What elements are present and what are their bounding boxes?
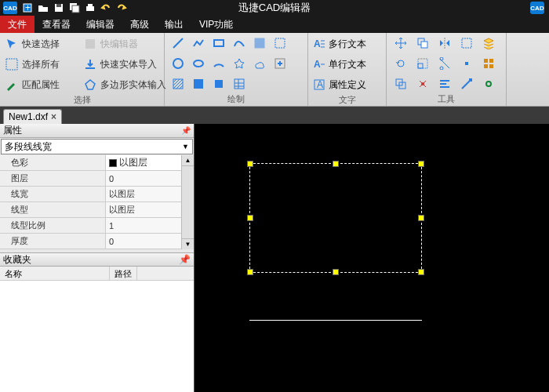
insert-icon[interactable] xyxy=(271,55,289,72)
circle-icon[interactable] xyxy=(169,55,187,72)
line-icon[interactable] xyxy=(169,34,187,52)
region-icon[interactable] xyxy=(251,34,268,52)
handle-bm[interactable] xyxy=(333,269,339,275)
prop-row-ltscale[interactable]: 线型比例1 xyxy=(0,218,194,234)
properties-title: 属性 xyxy=(3,124,22,137)
brush-icon xyxy=(5,78,19,92)
select-region-icon[interactable] xyxy=(271,34,289,52)
prop-row-layer[interactable]: 图层0 xyxy=(0,171,194,187)
rect-icon[interactable] xyxy=(210,34,227,52)
properties-selector[interactable]: 多段线线宽 ▼ xyxy=(1,139,193,154)
link-icon[interactable] xyxy=(479,75,498,93)
select-tool-icon[interactable] xyxy=(457,34,476,52)
ellipse-icon[interactable] xyxy=(190,55,207,72)
svg-rect-9 xyxy=(85,39,95,49)
svg-rect-5 xyxy=(72,5,79,13)
svg-rect-33 xyxy=(484,64,488,68)
table-icon[interactable] xyxy=(231,75,248,93)
menu-bar: 文件 查看器 编辑器 高级 输出 VIP功能 xyxy=(0,16,549,33)
drawn-line[interactable] xyxy=(249,320,422,321)
fav-col-name[interactable]: 名称 xyxy=(0,267,110,280)
favorites-header: 收藏夹 📌 xyxy=(0,252,194,267)
favorites-title: 收藏夹 xyxy=(3,253,31,267)
prop-row-thickness[interactable]: 厚度0 xyxy=(0,234,194,249)
svg-line-10 xyxy=(173,38,183,48)
gradient-icon[interactable] xyxy=(190,75,207,93)
app-icon: CAD xyxy=(3,2,17,14)
move-icon[interactable] xyxy=(391,34,410,52)
drawing-canvas[interactable] xyxy=(195,124,549,392)
handle-tr[interactable] xyxy=(418,161,424,167)
group-label-tools: 工具 xyxy=(391,93,501,106)
handle-br[interactable] xyxy=(418,269,424,275)
handle-ml[interactable] xyxy=(247,215,253,221)
handle-tm[interactable] xyxy=(333,161,339,167)
svg-rect-8 xyxy=(6,59,17,70)
group-icon[interactable] xyxy=(479,55,498,72)
undo-icon[interactable] xyxy=(99,2,113,14)
group-label-text: 文字 xyxy=(313,94,381,106)
trim-icon[interactable] xyxy=(435,55,454,72)
polyline-icon[interactable] xyxy=(190,34,207,52)
quick-entity-import-button[interactable]: 快速实体导入 xyxy=(83,55,166,74)
properties-scrollbar[interactable]: ▲ ▼ xyxy=(181,155,194,249)
redo-icon[interactable] xyxy=(115,2,129,14)
arc-icon[interactable] xyxy=(210,55,227,72)
handle-tl[interactable] xyxy=(247,161,253,167)
new-icon[interactable]: + xyxy=(20,2,35,14)
block-icon[interactable] xyxy=(210,75,227,93)
fav-col-path[interactable]: 路径 xyxy=(110,267,137,280)
scale-icon[interactable] xyxy=(413,55,432,72)
prop-row-lineweight[interactable]: 线宽以图层 xyxy=(0,187,194,202)
document-tab[interactable]: New1.dxf × xyxy=(3,109,62,124)
print-icon[interactable] xyxy=(83,2,97,14)
copy-icon[interactable] xyxy=(413,34,432,52)
properties-table: 色彩 以图层▼ 图层0 线宽以图层 线型以图层 线型比例1 厚度0 ▲ ▼ xyxy=(0,155,194,249)
selection-rectangle[interactable] xyxy=(249,163,422,273)
singleline-text-button[interactable]: A 单行文本 xyxy=(313,55,381,74)
svg-rect-18 xyxy=(194,79,203,89)
tab-viewer[interactable]: 查看器 xyxy=(35,16,78,33)
explode-icon[interactable] xyxy=(413,75,432,93)
open-icon[interactable] xyxy=(36,2,50,14)
tab-vip[interactable]: VIP功能 xyxy=(191,16,241,33)
dropdown-arrow-icon: ▼ xyxy=(182,143,189,151)
layers-icon[interactable] xyxy=(479,34,498,52)
svg-point-37 xyxy=(421,82,424,85)
close-tab-icon[interactable]: × xyxy=(51,111,56,122)
stext-icon: A xyxy=(313,58,325,71)
tab-editor[interactable]: 编辑器 xyxy=(78,16,122,33)
tab-advanced[interactable]: 高级 xyxy=(122,16,157,33)
cursor-icon xyxy=(5,37,19,51)
orient-icon[interactable] xyxy=(457,75,476,93)
attr-icon: A xyxy=(313,78,325,91)
multiline-text-button[interactable]: A 多行文本 xyxy=(313,34,381,53)
tab-output[interactable]: 输出 xyxy=(157,16,191,33)
attrdef-button[interactable]: A 属性定义 xyxy=(313,75,381,94)
poly-entity-input-button[interactable]: 多边形实体输入 xyxy=(83,75,166,94)
pin-icon[interactable]: 📌 xyxy=(181,126,191,135)
favorites-columns: 名称 路径 xyxy=(0,267,194,281)
marker-icon[interactable] xyxy=(457,55,476,72)
cloud-icon[interactable] xyxy=(251,55,268,72)
tab-file[interactable]: 文件 xyxy=(0,16,35,33)
star-icon[interactable] xyxy=(231,55,248,72)
saveall-icon[interactable] xyxy=(67,2,82,14)
mirror-icon[interactable] xyxy=(435,34,454,52)
save-icon[interactable] xyxy=(52,2,66,14)
handle-bl[interactable] xyxy=(247,269,253,275)
hatch-icon[interactable] xyxy=(169,75,187,93)
prop-row-linetype[interactable]: 线型以图层 xyxy=(0,202,194,218)
spline-icon[interactable] xyxy=(231,34,248,52)
offset-icon[interactable] xyxy=(391,75,410,93)
svg-text:+: + xyxy=(25,2,31,13)
handle-mr[interactable] xyxy=(418,215,424,221)
rotate-icon[interactable] xyxy=(391,55,410,72)
pin-icon[interactable]: 📌 xyxy=(179,254,191,265)
ribbon-group-text: A 多行文本 A 单行文本 A 属性定义 文字 xyxy=(308,33,387,106)
document-tab-bar: New1.dxf × xyxy=(0,107,549,124)
polygon-icon xyxy=(83,78,97,92)
prop-row-color[interactable]: 色彩 以图层▼ xyxy=(0,155,194,171)
svg-rect-20 xyxy=(235,79,244,89)
align-icon[interactable] xyxy=(435,75,454,93)
